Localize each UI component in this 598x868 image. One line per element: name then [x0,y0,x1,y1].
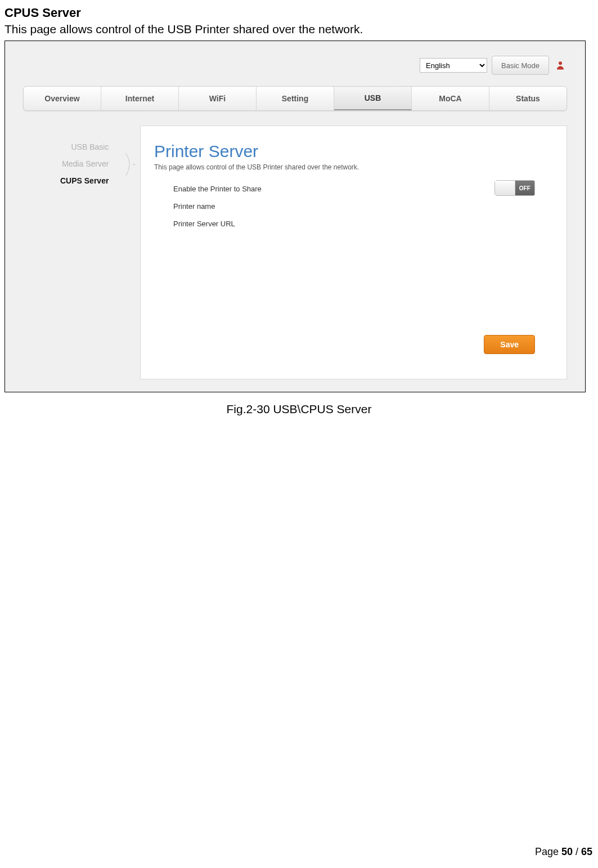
top-bar: English Basic Mode [420,56,567,75]
row-enable-label: Enable the Printer to Share [173,185,365,193]
toggle-knob [495,181,515,195]
sidemenu-usb-basic[interactable]: USB Basic [60,142,109,151]
toggle-wrap: OFF [494,180,535,196]
basic-mode-button[interactable]: Basic Mode [492,56,549,75]
row-printer-url: Printer Server URL [173,220,566,228]
menu-pointer-icon [124,144,136,195]
router-ui-screenshot: English Basic Mode OverviewInternetWiFiS… [5,41,586,392]
figure-caption: Fig.2-30 USB\CPUS Server [5,402,593,416]
content-panel: Printer Server This page allows control … [140,126,567,379]
row-name-label: Printer name [173,202,365,211]
row-url-label: Printer Server URL [173,220,365,228]
tab-status[interactable]: Status [489,87,566,110]
panel-subtitle: This page allows control of the USB Prin… [154,163,566,171]
tab-moca[interactable]: MoCA [412,87,489,110]
tab-wifi[interactable]: WiFi [179,87,257,110]
logout-icon[interactable] [554,59,567,72]
page-footer: Page 50 / 65 [0,846,598,868]
panel-title: Printer Server [154,142,566,161]
side-menu: USB BasicMedia ServerCUPS Server [60,142,109,193]
tab-overview[interactable]: Overview [24,87,101,110]
tab-internet[interactable]: Internet [101,87,179,110]
tab-usb[interactable]: USB [334,87,412,110]
tab-setting[interactable]: Setting [257,87,334,110]
sidemenu-media-server[interactable]: Media Server [60,159,109,168]
section-description: This page allows control of the USB Prin… [5,23,593,36]
footer-prefix: Page [535,846,561,857]
share-toggle[interactable]: OFF [494,180,535,196]
row-printer-name: Printer name [173,202,566,211]
total-pages: 65 [581,846,592,857]
svg-point-0 [559,61,562,65]
main-tabs: OverviewInternetWiFiSettingUSBMoCAStatus [23,86,567,111]
save-button[interactable]: Save [484,335,535,354]
section-title: CPUS Server [5,6,593,20]
footer-sep: / [573,846,581,857]
sidemenu-cups-server[interactable]: CUPS Server [60,176,109,185]
toggle-state: OFF [515,181,535,195]
language-select[interactable]: English [420,58,487,73]
current-page: 50 [561,846,573,857]
